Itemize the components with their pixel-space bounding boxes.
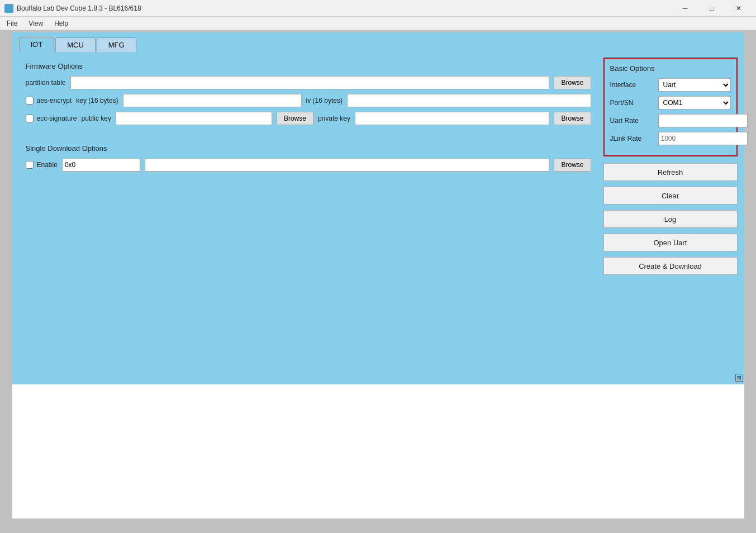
single-download-browse-button[interactable]: Browse: [554, 158, 591, 172]
enable-label: Enable: [37, 161, 58, 169]
port-sn-label: Port/SN: [610, 99, 655, 107]
interface-select[interactable]: Uart JLink CK-Link: [658, 78, 731, 92]
jlink-rate-label: JLink Rate: [610, 135, 655, 142]
menu-view[interactable]: View: [24, 18, 47, 28]
window-controls: ─ □ ✕: [672, 0, 752, 17]
tab-bar: IOT MCU MFG: [12, 32, 744, 52]
public-key-label: public key: [82, 115, 111, 122]
uart-rate-label: Uart Rate: [610, 117, 655, 125]
open-uart-button[interactable]: Open Uart: [603, 234, 738, 251]
expand-icon[interactable]: ⊞: [735, 374, 743, 382]
tab-iot[interactable]: IOT: [19, 37, 55, 52]
ecc-signature-label: ecc-signature: [37, 115, 77, 122]
port-sn-select[interactable]: COM1 COM2 COM3: [658, 96, 731, 110]
menu-bar: File View Help: [0, 17, 756, 30]
port-sn-row: Port/SN COM1 COM2 COM3: [610, 96, 731, 110]
clear-button[interactable]: Clear: [603, 187, 738, 204]
bottom-log-area: ⊞: [12, 384, 744, 518]
enable-checkbox[interactable]: [26, 161, 34, 169]
jlink-rate-input[interactable]: [658, 132, 748, 145]
single-download-title: Single Download Options: [26, 144, 591, 153]
basic-options-box: Basic Options Interface Uart JLink CK-Li…: [603, 58, 738, 156]
jlink-rate-row: JLink Rate: [610, 132, 731, 145]
partition-table-row: partition table Browse: [26, 76, 591, 89]
close-button[interactable]: ✕: [726, 0, 752, 17]
create-download-button[interactable]: Create & Download: [603, 257, 738, 275]
interface-row: Interface Uart JLink CK-Link: [610, 78, 731, 92]
menu-help[interactable]: Help: [50, 18, 73, 28]
minimize-button[interactable]: ─: [672, 0, 698, 17]
aes-encrypt-row: aes-encrypt key (16 bytes) iv (16 bytes): [26, 94, 591, 107]
uart-rate-input[interactable]: 2000000: [658, 114, 748, 127]
single-download-row: Enable Browse: [26, 158, 591, 172]
public-key-browse-button[interactable]: Browse: [277, 112, 313, 125]
partition-table-browse-button[interactable]: Browse: [554, 76, 591, 89]
basic-options-title: Basic Options: [610, 64, 731, 73]
file-path-input[interactable]: [145, 158, 550, 172]
log-button[interactable]: Log: [603, 210, 738, 228]
iv-label: iv (16 bytes): [306, 97, 343, 104]
private-key-browse-button[interactable]: Browse: [554, 112, 591, 125]
uart-rate-row: Uart Rate 2000000: [610, 114, 731, 127]
firmware-options-title: Firmware Options: [26, 62, 591, 70]
ecc-signature-row: ecc-signature public key Browse private …: [26, 112, 591, 125]
partition-table-label: partition table: [26, 79, 66, 87]
aes-encrypt-checkbox[interactable]: [26, 97, 34, 104]
menu-file[interactable]: File: [2, 18, 22, 28]
maximize-button[interactable]: □: [699, 0, 725, 17]
tab-mfg[interactable]: MFG: [97, 37, 136, 52]
main-window: IOT MCU MFG Firmware Options partition t…: [12, 32, 744, 518]
app-icon: [4, 4, 13, 13]
interface-label: Interface: [610, 81, 655, 89]
address-input[interactable]: [62, 158, 140, 172]
key-label: key (16 bytes): [76, 97, 118, 104]
firmware-options-section: Firmware Options partition table Browse …: [19, 58, 598, 134]
tab-mcu[interactable]: MCU: [55, 37, 96, 52]
partition-table-input[interactable]: [70, 76, 550, 89]
window-title: Bouffalo Lab Dev Cube 1.8.3 - BL616/618: [17, 4, 141, 12]
aes-encrypt-label: aes-encrypt: [37, 97, 72, 104]
private-key-input[interactable]: [355, 112, 550, 125]
title-bar: Bouffalo Lab Dev Cube 1.8.3 - BL616/618 …: [0, 0, 756, 17]
iv-input[interactable]: [347, 94, 591, 107]
refresh-button[interactable]: Refresh: [603, 163, 738, 181]
public-key-input[interactable]: [116, 112, 272, 125]
ecc-signature-checkbox[interactable]: [26, 115, 34, 122]
key-input[interactable]: [123, 94, 302, 107]
private-key-label: private key: [318, 115, 350, 122]
single-download-section: Single Download Options Enable Browse: [19, 140, 598, 180]
